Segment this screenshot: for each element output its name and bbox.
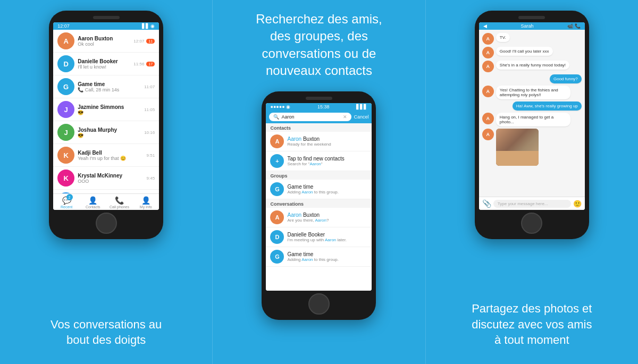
contact-name: Danielle Booker bbox=[78, 58, 130, 64]
search-item-sub: Search for "Aaron" bbox=[287, 162, 344, 166]
contact-info: Game time 📞 Call, 28 min 14s bbox=[78, 81, 141, 92]
search-item-name: Game time bbox=[287, 184, 339, 190]
contact-item[interactable]: K Kadji Bell Yeah I'm up for that 😊 9:51 bbox=[53, 144, 159, 167]
attach-icon[interactable]: 📎 bbox=[482, 199, 491, 208]
search-avatar: A bbox=[270, 134, 284, 148]
nav-icon: 👤 bbox=[141, 196, 150, 205]
search-result-item[interactable]: G Game time Adding Aaron to this group. bbox=[266, 247, 372, 267]
phone-2: ●●●●● ◉ 15:38 ▋▋▋ 🔍 Aaron ✕ Cancel Conta… bbox=[262, 91, 376, 320]
nav-badge: 2 bbox=[66, 194, 73, 200]
search-result-item[interactable]: D Danielle Booker I'm meeting up with Aa… bbox=[266, 227, 372, 247]
contact-name: Kadji Bell bbox=[78, 150, 143, 156]
nav-label: My Info bbox=[140, 205, 152, 209]
search-conv-avatar: G bbox=[270, 250, 284, 264]
search-item-info: Aaron Buxton Are you there, Aaron? bbox=[287, 212, 329, 223]
contact-item[interactable]: D Danielle Booker I'll let u know! 11:56… bbox=[53, 53, 159, 75]
nav-item-contacts[interactable]: 👤 Contacts bbox=[80, 196, 106, 209]
contact-name: Game time bbox=[78, 81, 141, 87]
message-avatar: A bbox=[482, 113, 494, 124]
status-icons-3: 📹 📞 bbox=[567, 23, 581, 29]
search-input-box[interactable]: 🔍 Aaron ✕ bbox=[269, 113, 351, 121]
contact-msg: Yeah I'm up for that 😊 bbox=[78, 156, 143, 161]
message-avatar: A bbox=[482, 61, 494, 72]
search-item-info: Danielle Booker I'm meeting up with Aaro… bbox=[287, 232, 346, 242]
contact-avatar: K bbox=[57, 170, 74, 187]
contact-info: Kadji Bell Yeah I'm up for that 😊 bbox=[78, 150, 143, 161]
search-result-item[interactable]: A Aaron Buxton Are you there, Aaron? bbox=[266, 208, 372, 227]
contact-msg: OOO bbox=[78, 179, 143, 184]
contact-time: 9:51 bbox=[147, 153, 155, 158]
contact-name: Krystal McKinney bbox=[78, 173, 143, 179]
signal-icons: ●●●●● ◉ bbox=[270, 104, 290, 109]
panel-search: Recherchez des amis, des groupes, des co… bbox=[212, 0, 425, 364]
contact-info: Joshua Murphy 😎 bbox=[78, 127, 141, 138]
chat-input-field[interactable]: Type your message here... bbox=[493, 200, 571, 208]
message-row: AYes! Chatting to the fishies and attemp… bbox=[482, 86, 582, 99]
search-item-name: Tap to find new contacts bbox=[287, 156, 344, 162]
message-avatar: A bbox=[482, 33, 494, 45]
search-conv-avatar: D bbox=[270, 230, 284, 244]
message-bubble: Good! I'll call you later xxx bbox=[496, 47, 553, 56]
search-item-info: Tap to find new contacts Search for "Aar… bbox=[287, 156, 344, 166]
contact-item[interactable]: A Aaron Buxton Ok cool 12:07 11 bbox=[53, 30, 159, 53]
contact-name: Jazmine Simmons bbox=[78, 104, 141, 110]
message-avatar: A bbox=[482, 47, 494, 58]
message-row: Good funny? bbox=[482, 74, 582, 83]
panel-2-caption: Recherchez des amis, des groupes, des co… bbox=[256, 11, 382, 80]
contact-avatar: G bbox=[57, 78, 74, 95]
search-results: Contacts A Aaron Buxton Ready for the we… bbox=[266, 123, 372, 291]
message-row: Ha! Aww, she's really growing up bbox=[482, 101, 582, 111]
nav-icon: 📞 bbox=[115, 196, 124, 205]
chat-input-bar[interactable]: 📎 Type your message here... 🙂 bbox=[479, 197, 585, 210]
search-item-sub: Are you there, Aaron? bbox=[287, 218, 329, 223]
contact-item[interactable]: L Lee Felts 6:11 bbox=[53, 190, 159, 193]
panel-chat: ◀ Sarah 📹 📞 ATV.AGood! I'll call you lat… bbox=[425, 0, 638, 364]
search-conv-avatar: A bbox=[270, 210, 284, 224]
search-item-name: Aaron Buxton bbox=[287, 212, 329, 218]
search-item-name: Danielle Booker bbox=[287, 232, 346, 238]
nav-item-recent[interactable]: 💬 2 Recent bbox=[53, 196, 80, 209]
phone-nav-1: 💬 2 Recent 👤 Contacts 📞 Call phones 👤 My… bbox=[53, 193, 159, 210]
contact-time: 12:07 bbox=[133, 39, 144, 44]
status-bar-3: ◀ Sarah 📹 📞 bbox=[479, 22, 585, 30]
phone-3-screen: ◀ Sarah 📹 📞 ATV.AGood! I'll call you lat… bbox=[479, 22, 585, 210]
battery-icon: ▋▋▋ bbox=[356, 104, 367, 109]
search-result-item[interactable]: A Aaron Buxton Ready for the weekend bbox=[266, 132, 372, 151]
search-query[interactable]: Aaron bbox=[281, 114, 294, 120]
contact-avatar: K bbox=[57, 147, 74, 164]
contact-avatar: A bbox=[57, 32, 74, 49]
status-bar-1: 12:07 ▋▋ ◉ bbox=[53, 22, 159, 30]
chat-contact-name: Sarah bbox=[521, 23, 534, 29]
search-item-name: Aaron Buxton bbox=[287, 136, 331, 142]
contact-time: 9:45 bbox=[147, 176, 155, 181]
phone-1: 12:07 ▋▋ ◉ A Aaron Buxton Ok cool 12:07 … bbox=[49, 11, 163, 239]
nav-label: Contacts bbox=[86, 205, 100, 209]
contact-item[interactable]: J Joshua Murphy 😎 10:16 bbox=[53, 121, 159, 144]
contact-item[interactable]: G Game time 📞 Call, 28 min 14s 11:07 bbox=[53, 75, 159, 98]
contact-info: Danielle Booker I'll let u know! bbox=[78, 58, 130, 70]
panel-1-caption: Vos conversations au bout des doigts bbox=[51, 317, 162, 348]
contact-time: 10:16 bbox=[144, 130, 155, 135]
status-icons-1: ▋▋ ◉ bbox=[142, 23, 155, 29]
message-avatar: A bbox=[482, 129, 494, 140]
contact-time: 11:07 bbox=[144, 84, 155, 89]
clear-search-icon[interactable]: ✕ bbox=[343, 114, 347, 120]
contact-item[interactable]: K Krystal McKinney OOO 9:45 bbox=[53, 167, 159, 190]
search-group-avatar: G bbox=[270, 182, 284, 196]
nav-item-my-info[interactable]: 👤 My Info bbox=[132, 196, 159, 209]
message-bubble: TV. bbox=[496, 33, 510, 42]
search-result-item[interactable]: G Game time Adding Aaron to this group. bbox=[266, 180, 372, 199]
nav-item-call-phones[interactable]: 📞 Call phones bbox=[106, 196, 133, 209]
contact-avatar: J bbox=[57, 101, 74, 118]
panel-conversations: 12:07 ▋▋ ◉ A Aaron Buxton Ok cool 12:07 … bbox=[0, 0, 212, 364]
search-item-name: Game time bbox=[287, 251, 339, 257]
search-result-item[interactable]: + Tap to find new contacts Search for "A… bbox=[266, 151, 372, 171]
message-bubble: Yes! Chatting to the fishies and attempt… bbox=[496, 86, 570, 99]
emoji-icon[interactable]: 🙂 bbox=[573, 200, 582, 208]
cancel-search-button[interactable]: Cancel bbox=[354, 114, 368, 120]
contact-item[interactable]: J Jazmine Simmons 😎 11:05 bbox=[53, 98, 159, 121]
search-bar[interactable]: 🔍 Aaron ✕ Cancel bbox=[266, 111, 372, 123]
contact-msg: Ok cool bbox=[78, 41, 130, 47]
search-item-sub: Ready for the weekend bbox=[287, 142, 331, 147]
search-section-groups: Groups bbox=[266, 171, 372, 180]
